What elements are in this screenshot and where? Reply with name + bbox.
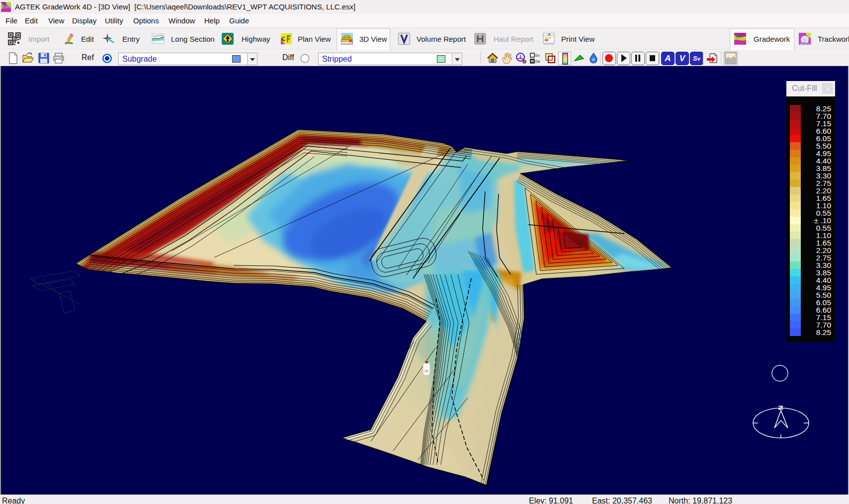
svg-text:Ex: Ex [535,53,540,58]
svg-text:De: De [535,59,540,64]
svg-text:GW: GW [2,4,10,9]
svg-text:N: N [777,406,784,410]
